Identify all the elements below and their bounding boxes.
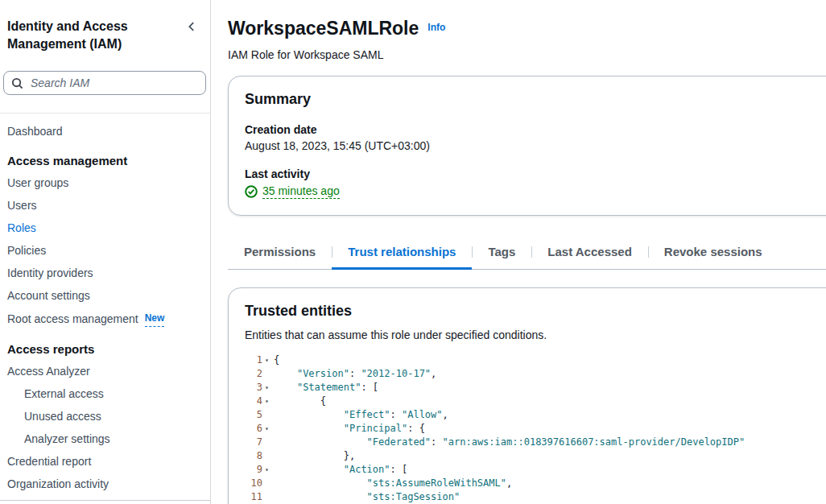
sidebar-item-access-analyzer[interactable]: Access Analyzer xyxy=(0,360,210,382)
line-number: 2 xyxy=(257,367,262,381)
fold-toggle-icon[interactable]: ▾ xyxy=(262,353,271,367)
sidebar-item-account-settings[interactable]: Account settings xyxy=(0,284,210,307)
tab-last-accessed[interactable]: Last Accessed xyxy=(531,237,648,269)
sidebar-collapse-button[interactable] xyxy=(183,19,200,36)
code-line-7: 7 "Federated": "arn:aws:iam::01839761660… xyxy=(245,436,826,449)
summary-heading: Summary xyxy=(245,91,826,108)
sidebar-item-label: Access Analyzer xyxy=(7,364,90,378)
tab-revoke-sessions[interactable]: Revoke sessions xyxy=(648,237,779,269)
sidebar-section-access-management: Access management xyxy=(0,150,210,171)
creation-date-value: August 18, 2023, 15:45 (UTC+03:00) xyxy=(245,139,826,152)
sidebar-item-identity-providers[interactable]: Identity providers xyxy=(0,262,210,284)
sidebar-item-roles[interactable]: Roles xyxy=(0,217,210,239)
fold-toggle-icon[interactable]: ▾ xyxy=(262,463,271,477)
trusted-entities-card: Trusted entities Entities that can assum… xyxy=(228,287,826,504)
sidebar-divider xyxy=(0,113,210,114)
line-number: 6 xyxy=(257,422,262,436)
app-window: Identity and Access Management (IAM) Das… xyxy=(0,0,826,504)
tab-permissions[interactable]: Permissions xyxy=(228,237,332,269)
code-line-3: 3▾ "Statement": [ xyxy=(245,381,826,395)
fold-toggle-icon[interactable]: ▾ xyxy=(262,381,271,395)
line-gutter: 11 xyxy=(245,490,274,504)
sidebar-item-label: Policies xyxy=(7,243,46,258)
code-line-10: 10 "sts:AssumeRoleWithSAML", xyxy=(245,477,826,490)
sidebar-nav: DashboardAccess managementUser groupsUse… xyxy=(0,120,210,495)
tabs: PermissionsTrust relationshipsTagsLast A… xyxy=(228,237,826,270)
sidebar-item-label: Root access management xyxy=(7,312,138,326)
search-input[interactable] xyxy=(29,76,198,90)
last-activity-value[interactable]: 35 minutes ago xyxy=(262,184,340,199)
sidebar-item-label: Unused access xyxy=(24,409,101,423)
line-gutter: 7 xyxy=(245,436,274,449)
line-number: 7 xyxy=(257,436,262,449)
last-activity-label: Last activity xyxy=(245,167,826,180)
code-line-11: 11 "sts:TagSession" xyxy=(245,490,826,504)
code-text: "Statement": [ xyxy=(274,381,378,395)
line-number: 1 xyxy=(257,353,262,367)
new-badge: New xyxy=(145,311,165,327)
search-icon xyxy=(11,77,23,89)
code-line-8: 8 }, xyxy=(245,449,826,463)
code-text: "sts:TagSession" xyxy=(274,490,460,504)
line-gutter: 6▾ xyxy=(245,422,274,436)
check-circle-icon xyxy=(245,185,258,198)
sidebar-item-analyzer-settings[interactable]: Analyzer settings xyxy=(0,428,210,450)
page-title: WorkspaceSAMLRole xyxy=(228,16,419,40)
sidebar-item-label: Analyzer settings xyxy=(24,432,110,446)
sidebar-item-label: Organization activity xyxy=(7,477,109,491)
sidebar-item-credential-report[interactable]: Credential report xyxy=(0,450,210,473)
line-gutter: 5 xyxy=(245,408,274,422)
line-gutter: 4▾ xyxy=(245,395,274,408)
fold-toggle-icon[interactable]: ▾ xyxy=(262,395,271,408)
tab-tags[interactable]: Tags xyxy=(472,237,531,269)
line-number: 11 xyxy=(251,490,262,504)
code-line-5: 5 "Effect": "Allow", xyxy=(245,408,826,422)
code-text: { xyxy=(274,353,279,367)
page-header: WorkspaceSAMLRole Info xyxy=(228,16,826,40)
code-line-2: 2 "Version": "2012-10-17", xyxy=(245,367,826,381)
line-number: 9 xyxy=(257,463,262,477)
sidebar-section-access-reports: Access reports xyxy=(0,338,210,360)
search-box xyxy=(3,71,206,95)
trusted-entities-description: Entities that can assume this role under… xyxy=(245,327,826,343)
line-gutter: 1▾ xyxy=(245,353,274,367)
code-text: "Principal": { xyxy=(274,422,425,436)
sidebar-item-label: User groups xyxy=(7,176,68,190)
last-activity-value-row: 35 minutes ago xyxy=(245,184,826,199)
line-gutter: 9▾ xyxy=(245,463,274,477)
code-line-1: 1▾{ xyxy=(245,353,826,367)
page-subtitle: IAM Role for Workspace SAML xyxy=(228,47,826,63)
line-number: 10 xyxy=(251,477,262,490)
sidebar-item-organization-activity[interactable]: Organization activity xyxy=(0,473,210,495)
line-number: 3 xyxy=(257,381,262,395)
sidebar-item-label: Identity providers xyxy=(7,266,93,280)
code-text: "Federated": "arn:aws:iam::018397616607:… xyxy=(274,436,745,449)
policy-code-editor[interactable]: 1▾{2 "Version": "2012-10-17",3▾ "Stateme… xyxy=(245,353,826,504)
sidebar-item-label: Account settings xyxy=(7,288,90,303)
sidebar-item-label: External access xyxy=(24,386,104,401)
sidebar-item-root-access-management[interactable]: Root access managementNew xyxy=(0,307,210,331)
code-text: { xyxy=(274,395,326,408)
sidebar-header: Identity and Access Management (IAM) xyxy=(0,18,210,53)
fold-toggle-icon[interactable]: ▾ xyxy=(262,422,271,436)
sidebar-item-users[interactable]: Users xyxy=(0,194,210,217)
main-content: WorkspaceSAMLRole Info IAM Role for Work… xyxy=(211,0,826,504)
sidebar: Identity and Access Management (IAM) Das… xyxy=(0,0,211,504)
sidebar-item-user-groups[interactable]: User groups xyxy=(0,171,210,194)
code-text: "sts:AssumeRoleWithSAML", xyxy=(274,477,512,490)
sidebar-item-dashboard[interactable]: Dashboard xyxy=(0,120,210,143)
sidebar-item-unused-access[interactable]: Unused access xyxy=(0,405,210,428)
info-link[interactable]: Info xyxy=(427,22,445,33)
sidebar-item-policies[interactable]: Policies xyxy=(0,239,210,262)
tab-trust-relationships[interactable]: Trust relationships xyxy=(332,237,472,269)
line-gutter: 3▾ xyxy=(245,381,274,395)
chevron-left-icon xyxy=(186,21,197,32)
line-gutter: 2 xyxy=(245,367,274,381)
line-number: 4 xyxy=(257,395,262,408)
line-gutter: 10 xyxy=(245,477,274,490)
creation-date-label: Creation date xyxy=(245,123,826,136)
sidebar-item-label: Roles xyxy=(7,221,36,235)
line-number: 8 xyxy=(257,449,262,463)
sidebar-item-label: Dashboard xyxy=(7,124,63,138)
sidebar-item-external-access[interactable]: External access xyxy=(0,382,210,405)
